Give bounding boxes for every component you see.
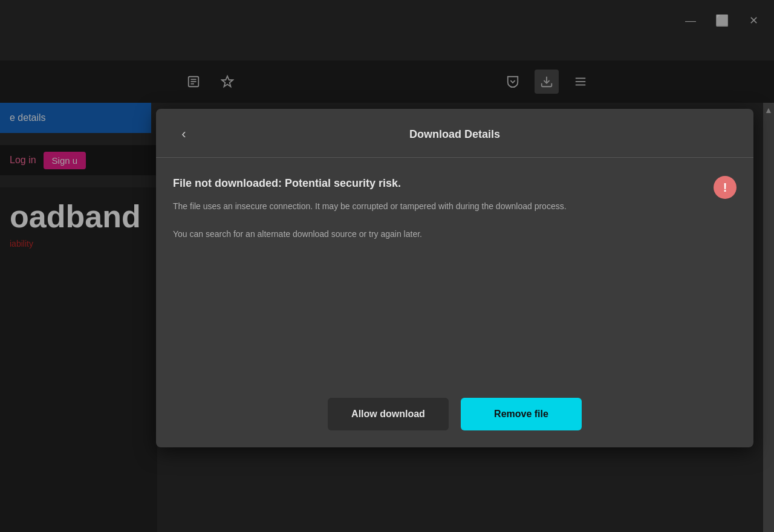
back-button[interactable]: ‹ <box>173 123 195 145</box>
warning-hint: You can search for an alternate download… <box>173 227 737 241</box>
warning-title: File not downloaded: Potential security … <box>173 177 737 190</box>
dialog-title: Download Details <box>409 128 500 141</box>
remove-file-button[interactable]: Remove file <box>461 398 582 430</box>
warning-description: The file uses an insecure connection. It… <box>173 199 737 213</box>
dialog-footer: Allow download Remove file <box>156 388 753 447</box>
download-details-dialog: ‹ Download Details ! File not downloaded… <box>156 109 753 447</box>
warning-icon: ! <box>714 176 737 199</box>
dialog-body: ! File not downloaded: Potential securit… <box>156 158 753 388</box>
dialog-header: ‹ Download Details <box>156 109 753 158</box>
allow-download-button[interactable]: Allow download <box>328 398 449 430</box>
